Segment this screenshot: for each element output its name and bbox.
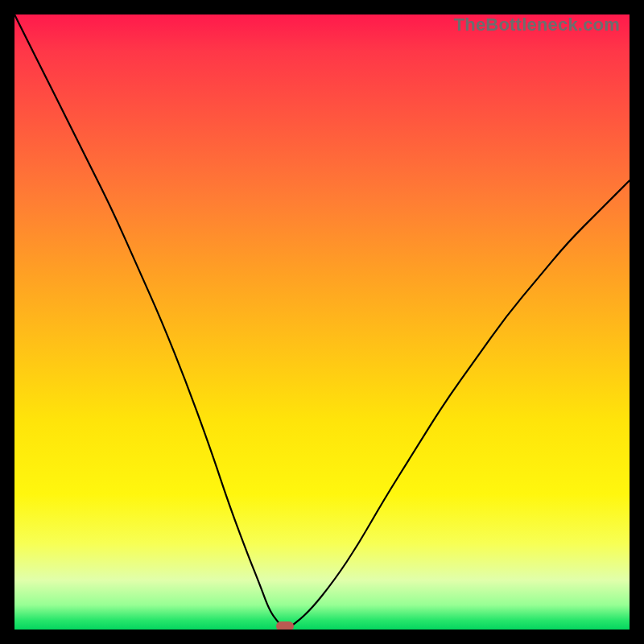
- curve-svg: [14, 14, 630, 630]
- optimum-marker: [276, 621, 294, 630]
- chart-frame: TheBottleneck.com: [0, 0, 644, 644]
- plot-area: TheBottleneck.com: [14, 14, 630, 630]
- bottleneck-curve: [14, 14, 630, 629]
